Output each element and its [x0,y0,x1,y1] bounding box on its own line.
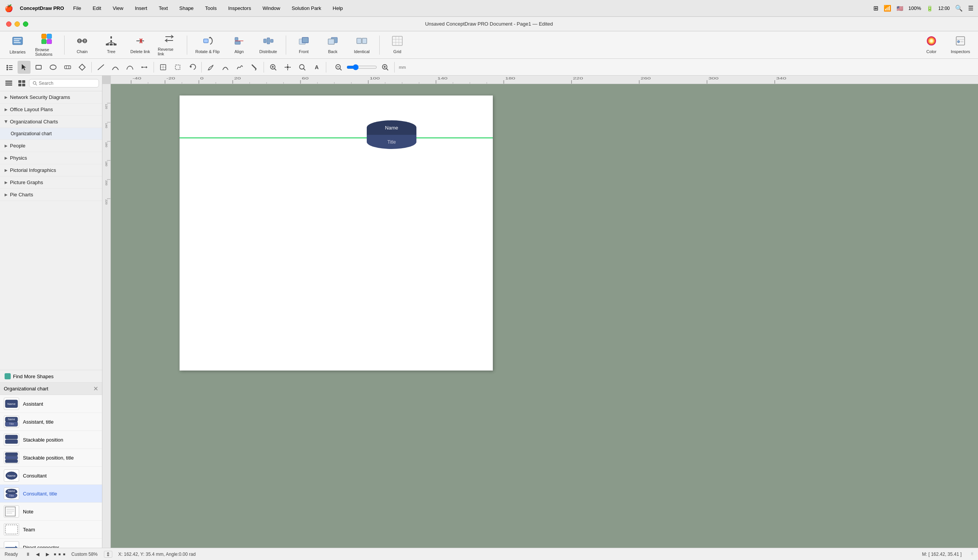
grid-icon [392,36,403,48]
magnify-tool[interactable] [296,61,309,74]
curve-tool[interactable] [109,61,122,74]
sidebar-item-people[interactable]: ▶ People [0,140,102,152]
sidebar-item-physics[interactable]: ▶ Physics [0,152,102,164]
page-indicator-3[interactable]: ■ [63,552,65,556]
identical-button[interactable]: Identical [349,33,375,57]
crop-tool[interactable] [171,61,184,74]
maximize-button[interactable] [23,22,28,27]
sidebar-item-picture-graphs[interactable]: ▶ Picture Graphs [0,177,102,189]
sidebar-item-office-layout[interactable]: ▶ Office Layout Plans [0,103,102,116]
shape-item-stackable[interactable]: Stackable position [0,431,102,449]
page-indicator-2[interactable]: ■ [58,552,61,556]
notification-icon[interactable]: ☰ [968,5,973,12]
sidebar-item-label: Organizational Charts [10,119,58,125]
battery-icon: 🔋 [926,5,933,12]
ellipse-tool[interactable] [47,61,60,74]
org-shape-title-text: Title [387,140,396,145]
page-size-stepper[interactable]: ⇕ [104,551,112,558]
shape-item-consultant-title[interactable]: NameTitle Consultant, title [0,485,102,503]
close-button[interactable] [6,22,12,27]
sidebar-item-network-security[interactable]: ▶ Network Security Diagrams [0,91,102,103]
sidebar-item-pictorial[interactable]: ▶ Pictorial Infographics [0,164,102,177]
browse-solutions-button[interactable]: Browse Solutions [33,33,60,57]
find-more-shapes-button[interactable]: Find More Shapes [0,370,102,382]
freehand-tool[interactable] [233,61,247,74]
menu-inspectors[interactable]: Inspectors [226,5,253,12]
menu-shape[interactable]: Shape [177,5,196,12]
pause-button[interactable]: ⏸ [24,550,32,558]
shape-item-stackable-title[interactable]: Stackable position, title [0,449,102,467]
menu-solution-park[interactable]: Solution Park [289,5,323,12]
menu-file[interactable]: File [71,5,84,12]
page-indicator-1[interactable]: ■ [54,552,56,556]
sidebar-item-org-charts[interactable]: ▶ Organizational Charts [0,116,102,128]
menu-tools[interactable]: Tools [203,5,219,12]
canvas-scroll[interactable]: Name Title [111,84,978,548]
sidebar-grid-view[interactable] [16,78,28,88]
grid-button[interactable]: Grid [384,33,410,57]
org-shape-title[interactable]: Title [367,135,417,149]
front-icon [298,36,310,48]
next-page-button[interactable]: ▶ [44,550,52,558]
reverse-link-button[interactable]: Reverse link [156,33,182,57]
shape-item-note[interactable]: Note [0,503,102,521]
line-tool[interactable] [94,61,107,74]
menu-insert[interactable]: Insert [133,5,150,12]
arc-tool[interactable] [219,61,232,74]
menu-edit[interactable]: Edit [90,5,103,12]
zoom-out-button[interactable] [332,61,345,74]
process-tool[interactable] [61,61,74,74]
rotate-flip-button[interactable]: Rotate & Flip [192,33,223,57]
org-chart-shape[interactable]: Name Title [367,120,417,149]
prev-page-button[interactable]: ◀ [34,550,42,558]
menu-view[interactable]: View [110,5,126,12]
sidebar-item-org-chart[interactable]: Organizational chart [0,128,102,140]
svg-rect-113 [5,525,18,534]
page-canvas[interactable]: Name Title [180,95,493,370]
org-shape-name[interactable]: Name [367,120,417,135]
libraries-button[interactable]: Libraries [5,33,30,57]
connect-tool[interactable] [138,61,151,74]
menu-text[interactable]: Text [156,5,170,12]
select-tool[interactable] [18,61,30,74]
search-icon[interactable]: 🔍 [955,5,963,12]
delete-link-button[interactable]: Delete link [127,33,153,57]
brush-tool[interactable] [248,61,261,74]
zoom-in-tool[interactable] [267,61,280,74]
sidebar-list-view[interactable] [3,78,15,88]
menu-window[interactable]: Window [260,5,282,12]
align-button[interactable]: Align [226,33,252,57]
wifi-icon[interactable]: 📶 [884,5,891,12]
diamond-tool[interactable] [76,61,88,74]
search-input[interactable] [39,81,95,86]
mission-control-icon[interactable]: ⊞ [873,5,878,12]
bezier-tool[interactable] [123,61,137,74]
apple-menu[interactable]: 🍎 [5,4,13,13]
list-view-button[interactable] [3,61,16,74]
rectangle-tool[interactable] [32,61,45,74]
front-button[interactable]: Front [291,33,317,57]
shape-label: Assistant [23,401,43,407]
shape-panel-close[interactable]: ✕ [93,385,98,392]
distribute-button[interactable]: Distribute [255,33,281,57]
minimize-button[interactable] [15,22,20,27]
shape-item-direct-connector[interactable]: Direct connector [0,538,102,548]
menu-help[interactable]: Help [330,5,345,12]
pan-tool[interactable] [281,61,294,74]
text-tool[interactable]: A [310,61,323,74]
pen-tool[interactable] [204,61,217,74]
zoom-in-button[interactable] [378,61,392,74]
chain-button[interactable]: Chain [69,33,95,57]
rotate-tool[interactable] [186,61,199,74]
shape-item-consultant[interactable]: Name Consultant [0,467,102,485]
shape-item-assistant[interactable]: Name Assistant [0,395,102,413]
tree-button[interactable]: Tree [98,33,124,57]
color-button[interactable]: Color [918,33,945,57]
shape-item-assistant-title[interactable]: NameTitle Assistant, title [0,413,102,431]
back-button[interactable]: Back [320,33,346,57]
shape-item-team[interactable]: Team [0,521,102,538]
inspectors-button[interactable]: Inspectors [948,33,973,57]
resize-tool[interactable] [157,61,170,74]
zoom-slider[interactable] [347,64,377,70]
sidebar-item-pie-charts[interactable]: ▶ Pie Charts [0,189,102,201]
